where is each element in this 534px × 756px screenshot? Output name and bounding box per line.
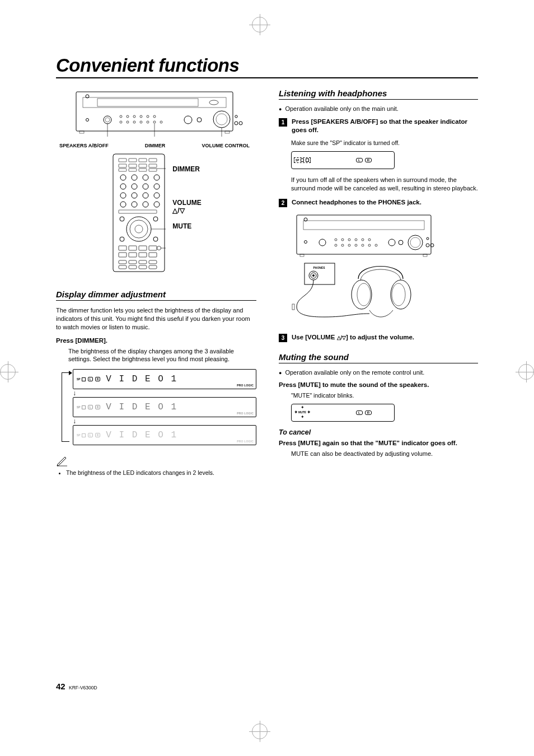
mute-display-illustration: ✦ ✦MUTE✦ ✦ L R [291, 404, 395, 422]
crop-mark-left [0, 364, 16, 380]
svg-point-63 [127, 217, 151, 241]
svg-point-16 [120, 121, 122, 123]
svg-rect-42 [119, 169, 127, 171]
step-1-text: Press [SPEAKERS A/B/OFF] so that the spe… [292, 118, 478, 134]
svg-point-74 [157, 246, 161, 250]
label-volume-control: VOLUME CONTROL [202, 143, 250, 148]
svg-point-47 [132, 175, 137, 180]
svg-rect-4 [97, 99, 198, 106]
svg-point-48 [143, 175, 148, 180]
svg-point-113 [426, 244, 429, 247]
svg-rect-84 [129, 265, 137, 269]
svg-rect-77 [139, 253, 147, 257]
svg-rect-34 [119, 158, 127, 162]
avail-remote-note: ● Operation available only on the remote… [279, 369, 478, 377]
chapter-title: Convenient functions [56, 55, 478, 78]
svg-point-15 [153, 115, 156, 118]
svg-point-95 [335, 239, 337, 241]
press-mute-instruction: Press [MUTE] to mute the sound of the sp… [279, 381, 478, 388]
svg-point-54 [120, 193, 126, 198]
svg-rect-81 [139, 260, 147, 264]
to-cancel-title: To cancel [279, 428, 478, 436]
bullet-icon: ● [279, 369, 282, 377]
svg-point-109 [399, 240, 403, 245]
svg-point-6 [213, 111, 230, 128]
step-2-text: Connect headphones to the PHONES jack. [292, 198, 421, 207]
step-3-text: Use [VOLUME △/▽] to adjust the volume. [292, 333, 414, 342]
step-number-1: 1 [279, 118, 287, 127]
svg-point-96 [341, 239, 344, 241]
svg-rect-83 [119, 265, 127, 269]
svg-point-14 [147, 115, 149, 118]
svg-point-9 [105, 118, 110, 122]
svg-point-100 [368, 239, 371, 241]
svg-rect-38 [119, 164, 127, 167]
svg-point-19 [140, 121, 142, 123]
svg-point-26 [235, 122, 238, 125]
remote-label-mute: MUTE [172, 222, 201, 230]
svg-rect-72 [139, 246, 147, 250]
svg-point-12 [133, 115, 135, 118]
svg-point-61 [154, 202, 160, 207]
svg-point-20 [147, 121, 149, 123]
svg-rect-75 [119, 253, 127, 257]
svg-rect-39 [129, 164, 137, 167]
svg-point-99 [362, 239, 364, 241]
svg-point-105 [362, 244, 364, 246]
svg-point-11 [127, 115, 129, 118]
section-title-headphones: Listening with headphones [279, 88, 478, 100]
footer-model: KRF-V6300D [69, 685, 97, 690]
svg-rect-1 [83, 97, 226, 108]
svg-rect-91 [303, 221, 424, 230]
brightness-cycle-illustration: SP LR V I D E O 1 PRO LOGIC ↓ SP LR V I … [73, 369, 256, 445]
svg-rect-82 [149, 260, 157, 264]
svg-point-56 [143, 193, 148, 198]
dimmer-intro-text: The dimmer function lets you select the … [56, 306, 256, 332]
headphones-connection-illustration: PHONES [291, 212, 478, 325]
svg-text:PHONES: PHONES [313, 266, 325, 269]
svg-point-18 [133, 121, 135, 123]
svg-point-108 [388, 239, 395, 246]
step-1-note: Make sure the "SP" indicator is turned o… [291, 139, 478, 147]
svg-rect-44 [139, 169, 147, 171]
svg-point-121 [312, 274, 315, 277]
svg-rect-37 [149, 158, 157, 162]
crop-mark-bottom-center [252, 724, 268, 739]
page-footer: 42 KRF-V6300D [56, 682, 97, 691]
svg-point-97 [348, 239, 350, 241]
svg-point-24 [197, 118, 202, 122]
svg-point-5 [209, 100, 218, 105]
svg-point-106 [368, 244, 371, 246]
svg-rect-76 [129, 253, 137, 257]
svg-point-102 [341, 244, 344, 246]
remote-control-illustration: DIMMER VOLUME △/▽ MUTE [56, 153, 256, 273]
svg-rect-73 [149, 246, 157, 250]
dimmer-note-list: The brightness of the LED indicators cha… [56, 469, 256, 477]
svg-rect-43 [129, 169, 137, 171]
section-title-dimmer: Display dimmer adjustment [56, 290, 256, 301]
cancel-mute-instruction: Press [MUTE] again so that the "MUTE" in… [279, 440, 478, 446]
step-number-3: 3 [279, 334, 287, 342]
svg-point-17 [127, 121, 129, 123]
svg-point-13 [140, 115, 142, 118]
remote-label-dimmer: DIMMER [172, 165, 201, 173]
svg-point-3 [86, 119, 89, 122]
svg-rect-29 [225, 131, 229, 133]
svg-point-107 [375, 244, 377, 246]
svg-point-66 [120, 217, 124, 221]
svg-point-58 [120, 202, 126, 207]
svg-rect-62 [119, 210, 157, 213]
svg-point-111 [410, 237, 420, 248]
label-dimmer: DIMMER [145, 143, 166, 148]
svg-rect-71 [129, 246, 137, 250]
svg-point-67 [153, 217, 158, 221]
svg-point-49 [154, 175, 160, 180]
svg-rect-115 [300, 254, 304, 256]
svg-point-65 [135, 225, 143, 233]
svg-point-25 [235, 115, 237, 118]
svg-point-22 [160, 121, 162, 123]
svg-point-124 [357, 283, 371, 306]
mute-blinks-note: "MUTE" indicator blinks. [291, 391, 478, 399]
remote-label-volume: VOLUME [172, 199, 201, 207]
svg-point-68 [120, 237, 124, 241]
